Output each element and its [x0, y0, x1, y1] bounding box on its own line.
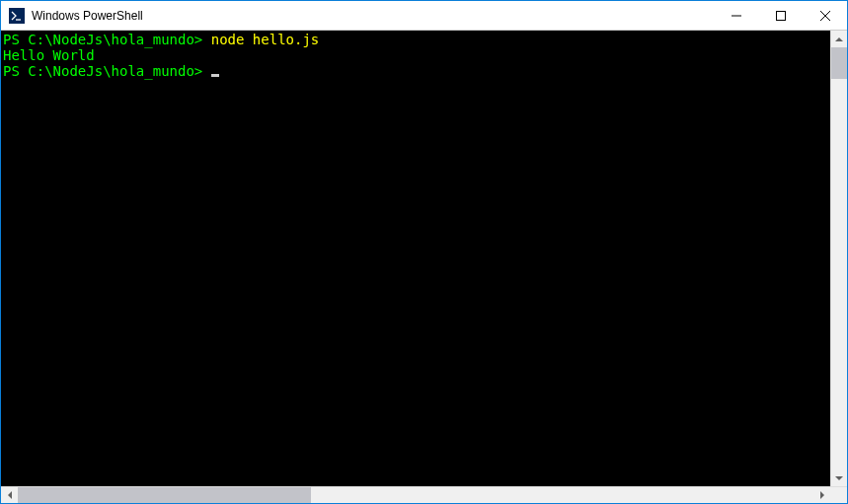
- scroll-right-button[interactable]: [813, 487, 830, 503]
- command-text: node hello.js: [202, 32, 319, 47]
- close-button[interactable]: [803, 1, 847, 30]
- minimize-button[interactable]: [714, 1, 758, 30]
- titlebar[interactable]: Windows PowerShell: [1, 1, 847, 31]
- cursor: [211, 74, 219, 77]
- scrollbar-corner: [830, 487, 847, 503]
- terminal-line: Hello World: [3, 47, 828, 63]
- maximize-button[interactable]: [758, 1, 803, 30]
- scroll-up-button[interactable]: [831, 31, 847, 47]
- prompt-text: PS C:\NodeJs\hola_mundo>: [3, 63, 202, 79]
- window-title: Windows PowerShell: [32, 9, 714, 23]
- content-area: PS C:\NodeJs\hola_mundo> node hello.jsHe…: [1, 31, 847, 486]
- prompt-text: PS C:\NodeJs\hola_mundo>: [3, 32, 202, 47]
- scroll-down-button[interactable]: [831, 469, 847, 486]
- svg-rect-0: [9, 8, 25, 24]
- terminal[interactable]: PS C:\NodeJs\hola_mundo> node hello.jsHe…: [1, 31, 830, 486]
- horizontal-scrollbar[interactable]: [1, 486, 847, 503]
- terminal-line: PS C:\NodeJs\hola_mundo> node hello.js: [3, 32, 828, 47]
- vertical-scroll-thumb[interactable]: [831, 47, 847, 79]
- window-controls: [714, 1, 847, 30]
- scroll-left-button[interactable]: [1, 487, 18, 503]
- terminal-line: PS C:\NodeJs\hola_mundo>: [3, 63, 828, 79]
- horizontal-scroll-thumb[interactable]: [18, 487, 311, 503]
- horizontal-scroll-track[interactable]: [18, 487, 813, 503]
- vertical-scroll-track[interactable]: [831, 47, 847, 469]
- output-text: Hello World: [3, 47, 95, 63]
- vertical-scrollbar[interactable]: [830, 31, 847, 486]
- svg-rect-3: [776, 11, 785, 20]
- powershell-icon: [9, 8, 25, 24]
